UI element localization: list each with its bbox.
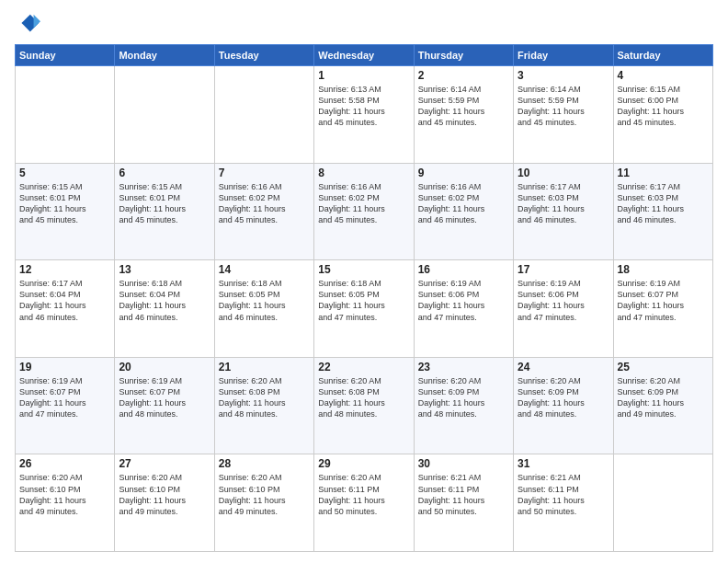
calendar-cell: 9Sunrise: 6:16 AM Sunset: 6:02 PM Daylig… [414, 163, 513, 260]
weekday-header-sunday: Sunday [16, 45, 115, 66]
calendar-cell: 29Sunrise: 6:20 AM Sunset: 6:11 PM Dayli… [314, 454, 414, 552]
week-row-2: 12Sunrise: 6:17 AM Sunset: 6:04 PM Dayli… [16, 260, 713, 358]
day-number: 27 [119, 457, 210, 470]
weekday-header-friday: Friday [514, 45, 613, 66]
day-info: Sunrise: 6:15 AM Sunset: 6:00 PM Dayligh… [618, 84, 709, 129]
day-info: Sunrise: 6:19 AM Sunset: 6:07 PM Dayligh… [119, 375, 210, 420]
day-info: Sunrise: 6:16 AM Sunset: 6:02 PM Dayligh… [219, 181, 310, 226]
calendar-cell [115, 66, 214, 164]
day-info: Sunrise: 6:19 AM Sunset: 6:07 PM Dayligh… [19, 375, 110, 420]
calendar-cell [214, 66, 313, 164]
day-number: 11 [618, 167, 709, 179]
day-info: Sunrise: 6:19 AM Sunset: 6:06 PM Dayligh… [518, 278, 609, 323]
day-info: Sunrise: 6:21 AM Sunset: 6:11 PM Dayligh… [518, 472, 609, 517]
day-number: 26 [19, 457, 110, 470]
day-info: Sunrise: 6:18 AM Sunset: 6:04 PM Dayligh… [119, 278, 210, 323]
day-number: 2 [418, 69, 509, 82]
calendar-cell: 30Sunrise: 6:21 AM Sunset: 6:11 PM Dayli… [414, 454, 513, 552]
logo-icon [15, 11, 40, 37]
day-number: 25 [618, 361, 709, 373]
calendar-cell: 17Sunrise: 6:19 AM Sunset: 6:06 PM Dayli… [514, 260, 613, 358]
calendar-cell: 13Sunrise: 6:18 AM Sunset: 6:04 PM Dayli… [115, 260, 214, 358]
day-number: 13 [119, 263, 210, 276]
calendar-cell: 5Sunrise: 6:15 AM Sunset: 6:01 PM Daylig… [16, 163, 115, 260]
calendar-cell: 2Sunrise: 6:14 AM Sunset: 5:59 PM Daylig… [414, 66, 513, 164]
day-info: Sunrise: 6:21 AM Sunset: 6:11 PM Dayligh… [418, 472, 509, 517]
week-row-1: 5Sunrise: 6:15 AM Sunset: 6:01 PM Daylig… [16, 163, 713, 260]
calendar-cell: 28Sunrise: 6:20 AM Sunset: 6:10 PM Dayli… [214, 454, 313, 552]
calendar-cell: 11Sunrise: 6:17 AM Sunset: 6:03 PM Dayli… [613, 163, 712, 260]
calendar-cell: 31Sunrise: 6:21 AM Sunset: 6:11 PM Dayli… [514, 454, 613, 552]
calendar-cell: 23Sunrise: 6:20 AM Sunset: 6:09 PM Dayli… [414, 357, 513, 454]
calendar-cell: 26Sunrise: 6:20 AM Sunset: 6:10 PM Dayli… [16, 454, 115, 552]
calendar: SundayMondayTuesdayWednesdayThursdayFrid… [15, 44, 713, 552]
day-info: Sunrise: 6:15 AM Sunset: 6:01 PM Dayligh… [119, 181, 210, 226]
calendar-cell: 19Sunrise: 6:19 AM Sunset: 6:07 PM Dayli… [16, 357, 115, 454]
weekday-header-tuesday: Tuesday [214, 45, 313, 66]
weekday-header-monday: Monday [115, 45, 214, 66]
day-number: 29 [318, 457, 409, 470]
day-info: Sunrise: 6:20 AM Sunset: 6:10 PM Dayligh… [119, 472, 210, 517]
calendar-cell [613, 454, 712, 552]
day-info: Sunrise: 6:16 AM Sunset: 6:02 PM Dayligh… [318, 181, 409, 226]
day-info: Sunrise: 6:20 AM Sunset: 6:09 PM Dayligh… [418, 375, 509, 420]
calendar-cell: 6Sunrise: 6:15 AM Sunset: 6:01 PM Daylig… [115, 163, 214, 260]
day-number: 12 [19, 263, 110, 276]
day-info: Sunrise: 6:17 AM Sunset: 6:04 PM Dayligh… [19, 278, 110, 323]
calendar-cell: 18Sunrise: 6:19 AM Sunset: 6:07 PM Dayli… [613, 260, 712, 358]
weekday-header-saturday: Saturday [613, 45, 712, 66]
day-info: Sunrise: 6:20 AM Sunset: 6:08 PM Dayligh… [219, 375, 310, 420]
day-number: 28 [219, 457, 310, 470]
calendar-cell: 16Sunrise: 6:19 AM Sunset: 6:06 PM Dayli… [414, 260, 513, 358]
calendar-cell: 3Sunrise: 6:14 AM Sunset: 5:59 PM Daylig… [514, 66, 613, 164]
day-info: Sunrise: 6:13 AM Sunset: 5:58 PM Dayligh… [318, 84, 409, 129]
calendar-cell: 4Sunrise: 6:15 AM Sunset: 6:00 PM Daylig… [613, 66, 712, 164]
day-info: Sunrise: 6:16 AM Sunset: 6:02 PM Dayligh… [418, 181, 509, 226]
day-number: 6 [119, 167, 210, 179]
weekday-header-wednesday: Wednesday [314, 45, 414, 66]
day-number: 30 [418, 457, 509, 470]
day-number: 18 [618, 263, 709, 276]
day-number: 22 [318, 361, 409, 373]
day-number: 3 [518, 69, 609, 82]
day-info: Sunrise: 6:20 AM Sunset: 6:10 PM Dayligh… [19, 472, 110, 517]
day-number: 14 [219, 263, 310, 276]
weekday-header-thursday: Thursday [414, 45, 513, 66]
day-info: Sunrise: 6:18 AM Sunset: 6:05 PM Dayligh… [219, 278, 310, 323]
day-info: Sunrise: 6:17 AM Sunset: 6:03 PM Dayligh… [518, 181, 609, 226]
calendar-cell: 8Sunrise: 6:16 AM Sunset: 6:02 PM Daylig… [314, 163, 414, 260]
page: SundayMondayTuesdayWednesdayThursdayFrid… [0, 0, 728, 563]
day-info: Sunrise: 6:19 AM Sunset: 6:06 PM Dayligh… [418, 278, 509, 323]
day-number: 23 [418, 361, 509, 373]
logo [15, 11, 44, 37]
day-number: 24 [518, 361, 609, 373]
svg-marker-1 [34, 15, 40, 29]
day-info: Sunrise: 6:14 AM Sunset: 5:59 PM Dayligh… [518, 84, 609, 129]
calendar-cell: 21Sunrise: 6:20 AM Sunset: 6:08 PM Dayli… [214, 357, 313, 454]
day-info: Sunrise: 6:17 AM Sunset: 6:03 PM Dayligh… [618, 181, 709, 226]
day-number: 20 [119, 361, 210, 373]
day-info: Sunrise: 6:19 AM Sunset: 6:07 PM Dayligh… [618, 278, 709, 323]
day-info: Sunrise: 6:14 AM Sunset: 5:59 PM Dayligh… [418, 84, 509, 129]
calendar-cell: 14Sunrise: 6:18 AM Sunset: 6:05 PM Dayli… [214, 260, 313, 358]
week-row-4: 26Sunrise: 6:20 AM Sunset: 6:10 PM Dayli… [16, 454, 713, 552]
calendar-cell: 1Sunrise: 6:13 AM Sunset: 5:58 PM Daylig… [314, 66, 414, 164]
day-number: 19 [19, 361, 110, 373]
week-row-3: 19Sunrise: 6:19 AM Sunset: 6:07 PM Dayli… [16, 357, 713, 454]
day-info: Sunrise: 6:18 AM Sunset: 6:05 PM Dayligh… [318, 278, 409, 323]
day-number: 31 [518, 457, 609, 470]
day-number: 1 [318, 69, 409, 82]
calendar-cell: 25Sunrise: 6:20 AM Sunset: 6:09 PM Dayli… [613, 357, 712, 454]
day-number: 9 [418, 167, 509, 179]
day-number: 10 [518, 167, 609, 179]
day-number: 5 [19, 167, 110, 179]
day-number: 16 [418, 263, 509, 276]
day-info: Sunrise: 6:20 AM Sunset: 6:08 PM Dayligh… [318, 375, 409, 420]
calendar-cell: 27Sunrise: 6:20 AM Sunset: 6:10 PM Dayli… [115, 454, 214, 552]
day-number: 21 [219, 361, 310, 373]
day-info: Sunrise: 6:15 AM Sunset: 6:01 PM Dayligh… [19, 181, 110, 226]
day-info: Sunrise: 6:20 AM Sunset: 6:09 PM Dayligh… [618, 375, 709, 420]
calendar-cell: 10Sunrise: 6:17 AM Sunset: 6:03 PM Dayli… [514, 163, 613, 260]
day-number: 7 [219, 167, 310, 179]
calendar-cell: 12Sunrise: 6:17 AM Sunset: 6:04 PM Dayli… [16, 260, 115, 358]
